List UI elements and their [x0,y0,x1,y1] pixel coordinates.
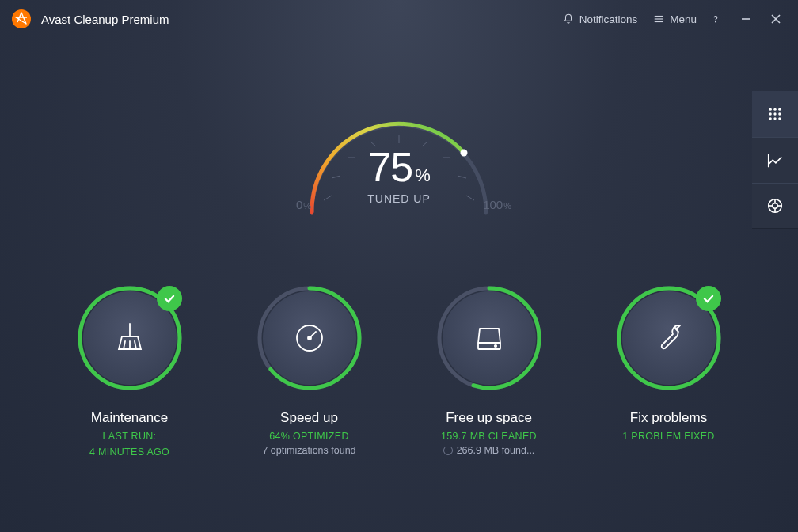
menu-button[interactable]: Menu [653,13,697,25]
svg-point-9 [773,108,776,111]
minimize-button[interactable] [735,8,757,30]
notifications-button[interactable]: Notifications [563,13,638,25]
tile-title: Maintenance [51,410,209,426]
close-button[interactable] [765,8,787,30]
rail-rescue-button[interactable] [752,183,798,229]
rail-grid-button[interactable] [752,91,798,137]
gauge-max: 100% [483,198,511,211]
svg-point-18 [773,203,777,208]
gauge-min: 0% [296,198,311,211]
rail-stats-button[interactable] [752,137,798,183]
broom-icon [111,319,149,357]
menu-label: Menu [670,13,697,25]
app-title: Avast Cleanup Premium [41,13,169,26]
drive-icon [470,319,508,357]
notifications-label: Notifications [580,13,638,25]
tile-status: LAST RUN: [51,431,209,442]
tile-title: Fix problems [590,410,748,426]
tile-status: 1 PROBLEM FIXED [590,431,748,442]
svg-point-4 [716,21,716,22]
tile-sub: 4 MINUTES AGO [51,446,209,458]
tile-fix[interactable]: Fix problems 1 PROBLEM FIXED [590,283,748,458]
tile-speedup[interactable]: Speed up 64% OPTIMIZED 7 optimizations f… [230,283,389,458]
svg-point-14 [770,117,772,120]
svg-point-15 [773,117,776,120]
spinner-icon [443,446,453,455]
tile-maintenance[interactable]: Maintenance LAST RUN: 4 MINUTES AGO [51,283,209,458]
gauge-zone: 75% TUNED UP 0% 100% [0,38,798,264]
svg-line-36 [124,341,125,349]
svg-point-10 [778,108,781,111]
tile-title: Speed up [230,410,389,426]
help-button[interactable] [705,8,727,30]
titlebar: Avast Cleanup Premium Notifications Menu [0,0,798,38]
tile-sub: 7 optimizations found [230,445,389,456]
svg-line-38 [135,341,136,349]
svg-point-16 [778,117,781,120]
feature-tiles: Maintenance LAST RUN: 4 MINUTES AGO Spee… [0,283,798,458]
gauge-value: 75% [256,143,542,191]
hamburger-icon [653,13,664,25]
svg-point-43 [308,336,311,340]
svg-point-13 [778,112,781,115]
tuneup-gauge: 75% TUNED UP 0% 100% [256,82,542,264]
tile-sub: 266.9 MB found... [410,445,568,456]
svg-point-11 [770,112,772,115]
avast-logo-icon [11,9,32,29]
tile-status: 159.7 MB CLEANED [410,431,568,442]
svg-point-8 [770,108,772,111]
gauge-icon [291,319,329,357]
tile-title: Free up space [410,410,568,426]
wrench-icon [650,319,688,357]
check-badge-icon [696,286,721,311]
check-badge-icon [157,286,182,311]
tile-freeup[interactable]: Free up space 159.7 MB CLEANED 266.9 MB … [410,283,568,458]
bell-icon [563,13,574,25]
side-rail [752,91,798,229]
svg-point-12 [773,112,776,115]
tile-status: 64% OPTIMIZED [230,431,389,442]
svg-point-47 [494,345,496,347]
